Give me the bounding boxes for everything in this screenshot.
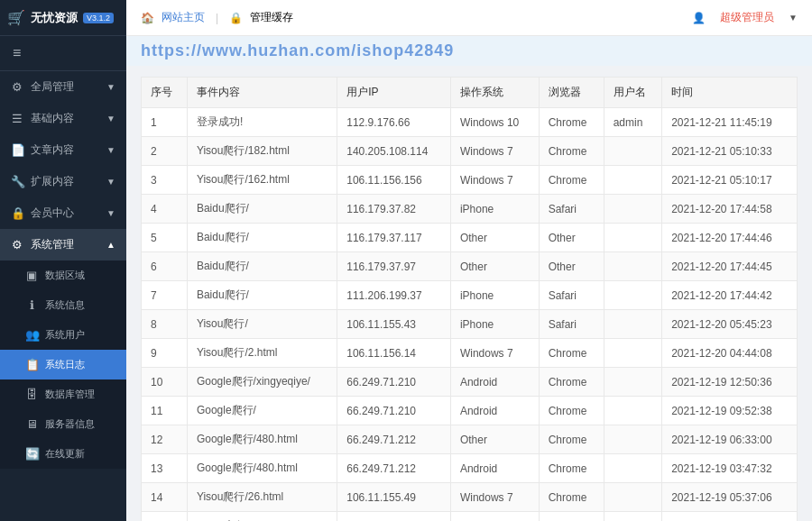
cell-user xyxy=(604,368,661,397)
cell-time: 2021-12-20 17:44:58 xyxy=(662,195,798,224)
user-label[interactable]: 超级管理员 xyxy=(720,10,774,25)
cell-event: Yisou爬行/26.html xyxy=(187,483,337,512)
sidebar-item-jiben[interactable]: ☰ 基础内容 ▼ xyxy=(0,103,126,134)
huiyuan-icon: 🔒 xyxy=(11,206,23,220)
cell-os: iPhone xyxy=(450,512,539,522)
cell-time: 2021-12-21 11:45:19 xyxy=(662,108,798,137)
sidebar-item-kuozhan[interactable]: 🔧 扩展内容 ▼ xyxy=(0,166,126,197)
cell-id: 1 xyxy=(142,108,188,137)
menu-toggle[interactable]: ≡ xyxy=(0,36,126,71)
cell-id: 7 xyxy=(142,281,188,310)
sidebar-logo: 🛒 无忧资源 V3.1.2 xyxy=(0,0,126,36)
cell-user xyxy=(604,425,661,454)
topbar: 🏠 网站主页 | 🔒 管理缓存 👤 超级管理员 ▼ xyxy=(126,0,812,36)
cell-user xyxy=(604,454,661,483)
sidebar-item-xitongrizhi[interactable]: 📋 系统日志 xyxy=(0,350,126,379)
col-os: 操作系统 xyxy=(450,78,539,108)
user-dropdown-icon[interactable]: ▼ xyxy=(789,13,798,23)
table-row: 14 Yisou爬行/26.html 106.11.155.49 Windows… xyxy=(142,483,798,512)
table-row: 2 Yisou爬行/182.html 140.205.108.114 Windo… xyxy=(142,137,798,166)
cell-browser: Safari xyxy=(539,512,604,522)
user-icon: 👤 xyxy=(692,12,706,24)
cell-os: Other xyxy=(450,224,539,252)
cell-event: Yisou爬行/162.html xyxy=(187,166,337,195)
cell-time: 2021-12-20 17:44:45 xyxy=(662,252,798,281)
cell-ip: 106.11.156.14 xyxy=(337,339,451,368)
cell-ip: 106.11.156.156 xyxy=(337,166,451,195)
cell-browser: Chrome xyxy=(539,339,604,368)
sidebar-item-huiyuan[interactable]: 🔒 会员中心 ▼ xyxy=(0,197,126,229)
cell-browser: Other xyxy=(539,252,604,281)
sidebar-item-xitong[interactable]: ⚙ 系统管理 ▲ xyxy=(0,229,126,260)
arrow-icon: ▼ xyxy=(106,145,115,155)
main-content: 🏠 网站主页 | 🔒 管理缓存 👤 超级管理员 ▼ https://www.hu… xyxy=(126,0,812,521)
sidebar-item-wenzhang[interactable]: 📄 文章内容 ▼ xyxy=(0,134,126,166)
cell-user xyxy=(604,281,661,310)
cell-event: Yisou爬行/ xyxy=(187,310,337,339)
sidebar: 🛒 无忧资源 V3.1.2 ≡ ⚙ 全局管理 ▼ ☰ 基础内容 ▼ 📄 文章内容… xyxy=(0,0,126,521)
shujuquyu-icon: ▣ xyxy=(25,269,38,282)
watermark-text: https://www.huzhan.com/ishop42849 xyxy=(141,41,454,59)
cell-event: Google爬行/ xyxy=(187,397,337,425)
sidebar-item-label: 基础内容 xyxy=(31,111,74,126)
sidebar-item-label: 文章内容 xyxy=(31,142,74,158)
table-row: 15 Baidu爬行/ 116.179.37.203 iPhone Safari… xyxy=(142,512,798,522)
cell-id: 13 xyxy=(142,454,188,483)
cell-time: 2021-12-21 05:10:17 xyxy=(662,166,798,195)
app-version: V3.1.2 xyxy=(83,13,114,23)
table-row: 13 Google爬行/480.html 66.249.71.212 Andro… xyxy=(142,454,798,483)
cell-browser: Chrome xyxy=(539,108,604,137)
logo-icon: 🛒 xyxy=(7,9,25,26)
cell-browser: Chrome xyxy=(539,454,604,483)
sidebar-menu: ⚙ 全局管理 ▼ ☰ 基础内容 ▼ 📄 文章内容 ▼ 🔧 扩展内容 ▼ 🔒 会员… xyxy=(0,71,126,469)
watermark-bar: https://www.huzhan.com/ishop42849 xyxy=(126,36,812,66)
sidebar-item-quanju[interactable]: ⚙ 全局管理 ▼ xyxy=(0,71,126,103)
kuozhan-icon: 🔧 xyxy=(11,175,23,188)
sidebar-item-xitongxinxi[interactable]: ℹ 系统信息 xyxy=(0,290,126,320)
col-browser: 浏览器 xyxy=(539,78,604,108)
cell-ip: 106.11.155.49 xyxy=(337,483,451,512)
sidebar-item-label: 服务器信息 xyxy=(45,417,95,431)
xitong-icon: ⚙ xyxy=(11,238,23,251)
sidebar-item-label: 数据区域 xyxy=(45,269,85,282)
sidebar-item-shujuquyu[interactable]: ▣ 数据区域 xyxy=(0,260,126,290)
cell-id: 8 xyxy=(142,310,188,339)
lock-icon: 🔒 xyxy=(229,12,243,24)
cell-user xyxy=(604,310,661,339)
cell-browser: Chrome xyxy=(539,368,604,397)
sidebar-item-shujukuguanli[interactable]: 🗄 数据库管理 xyxy=(0,379,126,409)
cell-ip: 140.205.108.114 xyxy=(337,137,451,166)
sidebar-item-fuwuqixinxi[interactable]: 🖥 服务器信息 xyxy=(0,409,126,439)
cell-ip: 116.179.37.203 xyxy=(337,512,451,522)
cell-event: Baidu爬行/ xyxy=(187,224,337,252)
cell-browser: Safari xyxy=(539,195,604,224)
cell-browser: Other xyxy=(539,224,604,252)
cell-event: Google爬行/480.html xyxy=(187,454,337,483)
sidebar-item-label: 扩展内容 xyxy=(31,174,74,189)
table-row: 10 Google爬行/xingyeqiye/ 66.249.71.210 An… xyxy=(142,368,798,397)
xitongyonghu-icon: 👥 xyxy=(25,328,38,342)
sidebar-item-xitongyonghu[interactable]: 👥 系统用户 xyxy=(0,320,126,350)
cell-id: 2 xyxy=(142,137,188,166)
table-row: 7 Baidu爬行/ 111.206.199.37 iPhone Safari … xyxy=(142,281,798,310)
cell-id: 14 xyxy=(142,483,188,512)
table-row: 4 Baidu爬行/ 116.179.37.82 iPhone Safari 2… xyxy=(142,195,798,224)
cell-ip: 66.249.71.210 xyxy=(337,368,451,397)
sidebar-item-label: 系统日志 xyxy=(45,358,85,371)
manager-link[interactable]: 管理缓存 xyxy=(250,10,293,25)
sidebar-item-label: 全局管理 xyxy=(31,79,74,95)
cell-os: Android xyxy=(450,397,539,425)
cell-browser: Chrome xyxy=(539,425,604,454)
col-time: 时间 xyxy=(662,78,798,108)
table-row: 5 Baidu爬行/ 116.179.37.117 Other Other 20… xyxy=(142,224,798,252)
fuwuqixinxi-icon: 🖥 xyxy=(25,417,38,431)
sep: | xyxy=(216,12,218,24)
arrow-icon: ▼ xyxy=(106,208,115,218)
cell-os: Windows 7 xyxy=(450,166,539,195)
app-name: 无忧资源 xyxy=(31,10,78,26)
arrow-icon: ▲ xyxy=(106,240,115,250)
cell-browser: Chrome xyxy=(539,166,604,195)
cell-user xyxy=(604,137,661,166)
sidebar-item-zaixiangengxin[interactable]: 🔄 在线更新 xyxy=(0,439,126,469)
home-link[interactable]: 网站主页 xyxy=(161,10,205,25)
